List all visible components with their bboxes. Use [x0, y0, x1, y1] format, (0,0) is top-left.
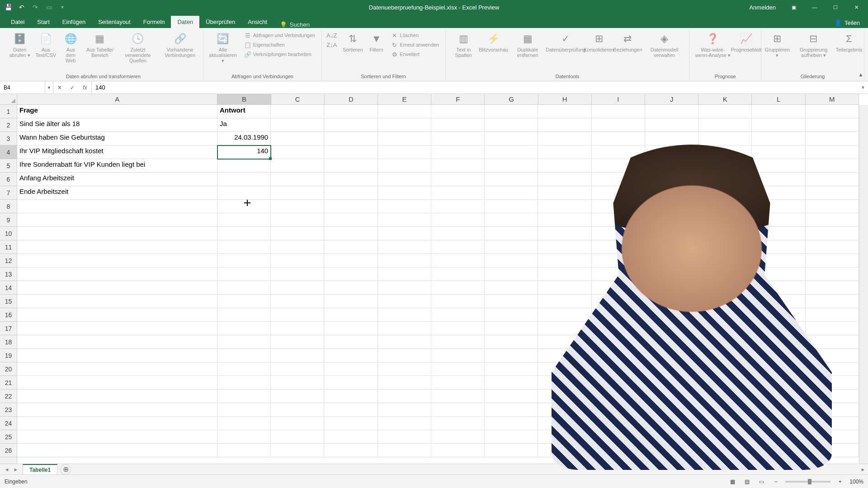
- cell-A4[interactable]: Ihr VIP Mitgliedschaft kostet: [17, 145, 217, 159]
- cell-K12[interactable]: [698, 254, 752, 267]
- cell-I20[interactable]: [592, 362, 645, 376]
- cell-D9[interactable]: [324, 213, 377, 227]
- cell-K18[interactable]: [698, 335, 752, 349]
- cell-I18[interactable]: [592, 335, 645, 349]
- cell-E6[interactable]: [378, 173, 431, 186]
- existing-connections-button[interactable]: 🔗Vorhandene Verbindungen: [160, 30, 200, 60]
- cell-A10[interactable]: [17, 227, 217, 240]
- name-box-input[interactable]: [4, 84, 41, 91]
- cell-B24[interactable]: [217, 417, 271, 430]
- cell-G9[interactable]: [485, 213, 538, 227]
- cell-B17[interactable]: [217, 322, 271, 335]
- cell-C12[interactable]: [271, 254, 324, 267]
- cell-M18[interactable]: [806, 335, 859, 349]
- cell-C11[interactable]: [271, 240, 324, 254]
- cell-L5[interactable]: [752, 159, 805, 173]
- cell-L16[interactable]: [752, 308, 805, 322]
- cell-H26[interactable]: [538, 444, 591, 457]
- cell-L8[interactable]: [752, 200, 805, 213]
- cell-K5[interactable]: [698, 159, 752, 173]
- column-header[interactable]: B: [217, 94, 271, 104]
- cell-B14[interactable]: [217, 281, 271, 295]
- cell-A15[interactable]: [17, 295, 217, 308]
- cell-F18[interactable]: [431, 335, 485, 349]
- expand-formula-bar-icon[interactable]: ▼: [858, 81, 868, 94]
- cell-G14[interactable]: [485, 281, 538, 295]
- cell-A20[interactable]: [17, 362, 217, 376]
- remove-duplicates-button[interactable]: ▦Duplikate entfernen: [509, 30, 547, 60]
- cell-D4[interactable]: [324, 145, 377, 159]
- cell-B5[interactable]: [217, 159, 271, 173]
- cell-B10[interactable]: [217, 227, 271, 240]
- cell-E15[interactable]: [378, 295, 431, 308]
- formula-input-wrap[interactable]: [92, 81, 858, 94]
- cell-H6[interactable]: [538, 173, 591, 186]
- cell-K3[interactable]: [698, 132, 752, 145]
- cell-D8[interactable]: [324, 200, 377, 213]
- cell-G11[interactable]: [485, 240, 538, 254]
- cell-H22[interactable]: [538, 389, 591, 403]
- cell-L10[interactable]: [752, 227, 805, 240]
- cell-J5[interactable]: [645, 159, 698, 173]
- tab-layout[interactable]: Seitenlayout: [92, 16, 137, 28]
- cell-C5[interactable]: [271, 159, 324, 173]
- group-button[interactable]: ⊞Gruppieren ▾: [764, 30, 790, 60]
- column-header[interactable]: C: [271, 94, 325, 104]
- tab-data[interactable]: Daten: [171, 16, 199, 28]
- cell-I2[interactable]: [592, 118, 645, 132]
- cell-J3[interactable]: [645, 132, 698, 145]
- cell-E14[interactable]: [378, 281, 431, 295]
- cell-D10[interactable]: [324, 227, 377, 240]
- forecast-button[interactable]: 📈Prognoseblatt: [734, 30, 758, 54]
- cell-E2[interactable]: [378, 118, 431, 132]
- cell-F12[interactable]: [431, 254, 485, 267]
- cell-H10[interactable]: [538, 227, 591, 240]
- cell-B3[interactable]: 24.03.1990: [217, 132, 271, 145]
- cell-J9[interactable]: [645, 213, 698, 227]
- cell-L20[interactable]: [752, 362, 805, 376]
- column-header[interactable]: M: [806, 94, 859, 104]
- row-header[interactable]: 20: [0, 362, 17, 376]
- cell-E21[interactable]: [378, 376, 431, 389]
- sheet-tab[interactable]: Tabelle1: [23, 464, 57, 475]
- cell-K24[interactable]: [698, 417, 752, 430]
- cell-M10[interactable]: [806, 227, 859, 240]
- cell-I8[interactable]: [592, 200, 645, 213]
- cell-J14[interactable]: [645, 281, 698, 295]
- cell-H24[interactable]: [538, 417, 591, 430]
- cell-G20[interactable]: [485, 362, 538, 376]
- cell-L21[interactable]: [752, 376, 805, 389]
- redo-icon[interactable]: ↷: [30, 2, 41, 13]
- cell-B18[interactable]: [217, 335, 271, 349]
- cell-I11[interactable]: [592, 240, 645, 254]
- cell-E7[interactable]: [378, 186, 431, 200]
- cell-G1[interactable]: [485, 105, 538, 118]
- what-if-button[interactable]: ❓Was-wäre-wenn-Analyse ▾: [692, 30, 733, 60]
- cell-B16[interactable]: [217, 308, 271, 322]
- cell-K14[interactable]: [698, 281, 752, 295]
- name-box-dropdown-icon[interactable]: ▼: [45, 81, 53, 94]
- cell-M4[interactable]: [806, 145, 859, 159]
- zoom-out-icon[interactable]: −: [771, 477, 781, 486]
- cell-G23[interactable]: [485, 403, 538, 417]
- column-header[interactable]: K: [698, 94, 752, 104]
- cell-G26[interactable]: [485, 444, 538, 457]
- get-data-button[interactable]: 🗄️Daten abrufen ▾: [6, 30, 33, 60]
- cell-K20[interactable]: [698, 362, 752, 376]
- cell-A11[interactable]: [17, 240, 217, 254]
- sort-button[interactable]: ⇅Sortieren: [340, 30, 366, 54]
- cell-E13[interactable]: [378, 267, 431, 281]
- cell-B9[interactable]: [217, 213, 271, 227]
- cell-K17[interactable]: [698, 322, 752, 335]
- row-header[interactable]: 22: [0, 389, 17, 403]
- touch-mode-icon[interactable]: ▭: [43, 2, 54, 13]
- cell-H14[interactable]: [538, 281, 591, 295]
- normal-view-icon[interactable]: ▦: [727, 477, 737, 486]
- cell-M8[interactable]: [806, 200, 859, 213]
- cell-K1[interactable]: [698, 105, 752, 118]
- cell-K7[interactable]: [698, 186, 752, 200]
- cell-I3[interactable]: [592, 132, 645, 145]
- cell-B4[interactable]: 140: [217, 145, 271, 159]
- reapply-button[interactable]: ↻Erneut anwenden: [389, 40, 441, 49]
- cell-G5[interactable]: [485, 159, 538, 173]
